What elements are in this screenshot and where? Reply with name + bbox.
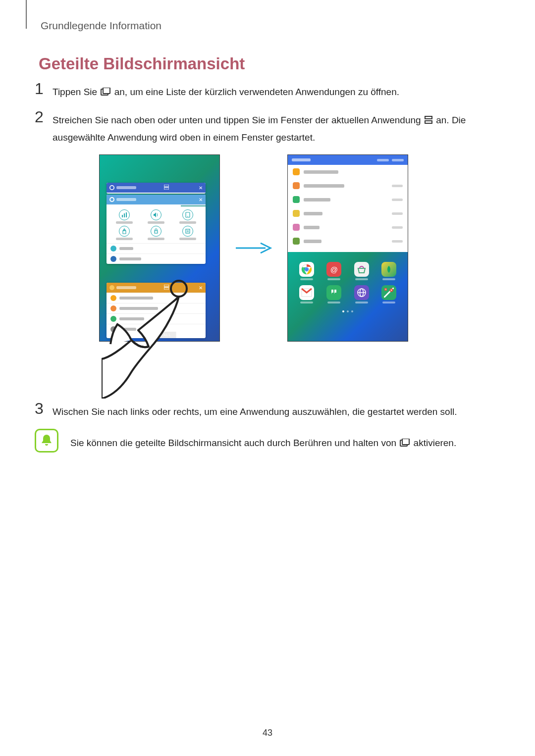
card-title bbox=[116, 286, 136, 289]
close-icon: ✕ bbox=[199, 197, 203, 202]
myfiles-title bbox=[292, 158, 311, 161]
svg-rect-10 bbox=[124, 213, 125, 217]
svg-rect-14 bbox=[155, 231, 158, 233]
note-text: Sie können die geteilte Bildschirmansich… bbox=[70, 429, 485, 452]
step-text-pre: Streichen Sie nach oben oder unten und t… bbox=[53, 115, 424, 125]
svg-rect-3 bbox=[425, 121, 432, 123]
svg-rect-6 bbox=[164, 185, 169, 187]
svg-rect-11 bbox=[126, 212, 127, 217]
svg-rect-9 bbox=[122, 215, 123, 217]
themes-icon bbox=[119, 226, 130, 237]
recent-apps-icon bbox=[400, 435, 410, 452]
step-text-post: an, um eine Liste der kürzlich verwendet… bbox=[114, 87, 399, 97]
gallery-icon bbox=[381, 262, 396, 277]
step-3: 3 Wischen Sie nach links oder rechts, um… bbox=[35, 402, 485, 420]
header-rule bbox=[26, 0, 27, 29]
data-usage-icon bbox=[119, 209, 130, 220]
svg-rect-18 bbox=[164, 285, 169, 287]
svg-point-8 bbox=[110, 198, 113, 201]
svg-rect-15 bbox=[186, 229, 190, 233]
split-screen-icon bbox=[164, 285, 169, 291]
note-post: aktivieren. bbox=[414, 438, 457, 448]
svg-text:G: G bbox=[385, 288, 386, 291]
manual-icon bbox=[182, 226, 193, 237]
step-1: 1 Tippen Sie an, um eine Liste der kürzl… bbox=[35, 82, 485, 101]
chrome-icon bbox=[299, 262, 314, 277]
note-pre: Sie können die geteilte Bildschirmansich… bbox=[70, 438, 399, 448]
svg-point-32 bbox=[391, 290, 392, 291]
hangouts-icon bbox=[326, 285, 341, 300]
screenshot-split-result: @ G bbox=[287, 154, 408, 342]
step-text: Streichen Sie nach oben oder unten und t… bbox=[53, 110, 485, 146]
arrow-icon bbox=[235, 242, 272, 254]
step-number: 3 bbox=[35, 401, 53, 416]
display-icon bbox=[182, 209, 193, 220]
galaxy-apps-icon bbox=[354, 262, 369, 277]
screenshot-recent-apps: ✕ ✕ bbox=[99, 154, 220, 342]
gmail-icon bbox=[299, 285, 314, 300]
close-all-button: CLOSE ALL bbox=[143, 332, 176, 338]
figure: ✕ ✕ bbox=[99, 154, 408, 342]
card-title bbox=[116, 198, 136, 201]
step-text: Tippen Sie an, um eine Liste der kürzlic… bbox=[53, 82, 485, 101]
svg-rect-37 bbox=[402, 439, 409, 445]
step-number: 1 bbox=[35, 81, 53, 97]
svg-rect-1 bbox=[103, 88, 110, 94]
section-heading: Geteilte Bildschirmansicht bbox=[39, 54, 245, 73]
sound-icon bbox=[151, 209, 161, 220]
step-2: 2 Streichen Sie nach oben oder unten und… bbox=[35, 110, 485, 146]
recent-apps-icon bbox=[101, 84, 110, 101]
svg-rect-2 bbox=[425, 116, 432, 119]
svg-rect-7 bbox=[164, 188, 169, 190]
breadcrumb: Grundlegende Information bbox=[41, 20, 161, 32]
lock-icon bbox=[151, 226, 161, 237]
svg-point-25 bbox=[305, 268, 308, 271]
step-text: Wischen Sie nach links oder rechts, um e… bbox=[53, 402, 485, 420]
maps-icon: G bbox=[381, 285, 396, 300]
svg-rect-19 bbox=[164, 288, 169, 290]
close-icon: ✕ bbox=[199, 285, 203, 291]
close-icon: ✕ bbox=[199, 185, 203, 191]
split-screen-icon bbox=[425, 112, 432, 129]
step-text-pre: Tippen Sie bbox=[53, 87, 100, 97]
note-bell-icon bbox=[35, 429, 58, 453]
internet-icon bbox=[354, 285, 369, 300]
step-number: 2 bbox=[35, 109, 53, 125]
email-icon: @ bbox=[326, 262, 341, 277]
note: Sie können die geteilte Bildschirmansich… bbox=[35, 429, 485, 453]
page-number: 43 bbox=[0, 728, 535, 738]
split-screen-icon bbox=[164, 185, 169, 191]
svg-point-13 bbox=[187, 216, 188, 217]
card-title bbox=[116, 186, 136, 189]
